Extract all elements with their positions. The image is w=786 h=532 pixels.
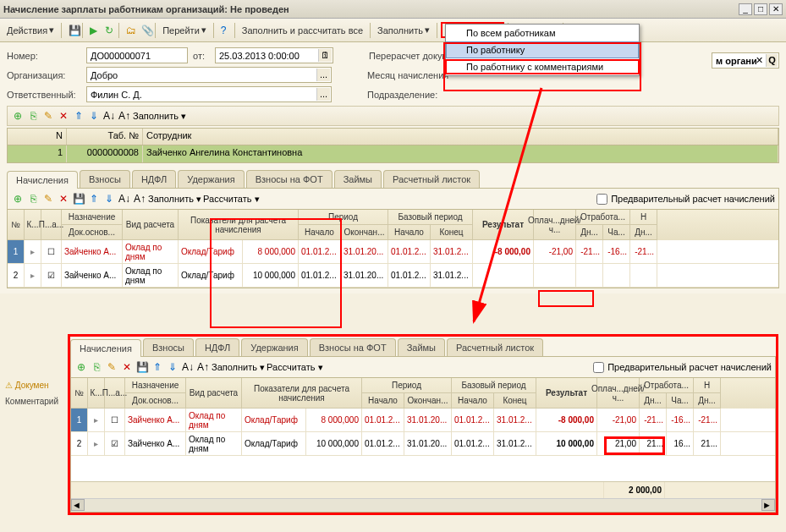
scroll-right-icon[interactable]: ► <box>761 499 775 511</box>
actions-menu[interactable]: Действия ▾ <box>3 23 58 37</box>
g2-edit-icon[interactable]: ✎ <box>105 360 118 374</box>
g2-down-icon[interactable]: ⇓ <box>166 360 179 374</box>
close-button[interactable]: ✕ <box>769 3 783 15</box>
prelim2-checkbox[interactable] <box>593 362 604 373</box>
main-grid: № К... П...а... Назначение Док.основ... … <box>7 209 779 288</box>
resp-select-icon[interactable]: ... <box>316 88 330 101</box>
tab2-accruals[interactable]: Начисления <box>70 339 141 357</box>
footer-total: 2 000,00 <box>604 482 665 498</box>
g2-up-icon[interactable]: ⇑ <box>151 360 164 374</box>
h-scrollbar[interactable]: ◄ ► <box>71 498 775 512</box>
clear-icon[interactable]: ✕ <box>753 54 765 67</box>
titlebar: Начисление зарплаты работникам организац… <box>0 0 786 19</box>
menu-all-employees[interactable]: По всем работникам <box>446 25 639 41</box>
date-picker-icon[interactable]: 🗓 <box>318 49 332 62</box>
refresh-icon[interactable]: ↻ <box>102 24 115 37</box>
dept-label: Подразделение: <box>367 90 469 100</box>
grid-row[interactable]: 2 ▸ ☑ Зайченко А... Оклад по дням Оклад/… <box>8 264 778 288</box>
date-field[interactable]: 25.03.2013 0:00:00🗓 <box>215 47 333 63</box>
grid-row[interactable]: 1 ▸ ☐ Зайченко А... Оклад по дням Оклад/… <box>8 240 778 264</box>
g2-delete-icon[interactable]: ✕ <box>120 360 134 374</box>
goto-menu[interactable]: Перейти ▾ <box>159 23 210 37</box>
tab2-fot[interactable]: Взносы на ФОТ <box>310 338 396 356</box>
g-fill-menu[interactable]: Заполнить ▾ <box>148 194 201 205</box>
post-icon[interactable]: ▶ <box>86 24 100 37</box>
emp-toolbar: ⊕ ⎘ ✎ ✕ ⇑ ⇓ A↓ A↑ Заполнить ▾ <box>7 106 779 126</box>
row-icon: ▸ <box>94 415 98 425</box>
checkbox-icon[interactable]: ☑ <box>111 439 118 448</box>
save-icon[interactable]: 💾 <box>65 24 79 37</box>
prelim-checkbox[interactable] <box>596 194 607 205</box>
maximize-button[interactable]: □ <box>754 3 767 15</box>
g2-sort-desc-icon[interactable]: A↑ <box>196 360 210 374</box>
tab-accruals[interactable]: Начисления <box>7 171 78 189</box>
checkbox-icon[interactable]: ☐ <box>111 415 118 425</box>
g2-fill-menu[interactable]: Заполнить ▾ <box>212 362 265 373</box>
org-select-icon[interactable]: ... <box>316 69 330 81</box>
tab-fot[interactable]: Взносы на ФОТ <box>246 170 333 188</box>
tab2-fees[interactable]: Взносы <box>143 338 194 356</box>
emp-fill-menu[interactable]: Заполнить ▾ <box>133 111 186 122</box>
g-insert-icon[interactable]: ⎘ <box>26 192 40 206</box>
sort-asc-icon[interactable]: A↓ <box>102 109 116 123</box>
tab-payslip[interactable]: Расчетный листок <box>383 170 480 188</box>
down-icon[interactable]: ⇓ <box>87 109 101 123</box>
menu-by-employee-comment[interactable]: По работнику с комментариями <box>446 58 639 75</box>
pin-icon[interactable]: 📎 <box>138 24 151 37</box>
tab-fees[interactable]: Взносы <box>80 170 130 188</box>
menu-by-employee[interactable]: По работнику <box>446 41 639 58</box>
tab-loans[interactable]: Займы <box>334 170 382 188</box>
g2-insert-icon[interactable]: ⎘ <box>90 360 103 374</box>
resp-field[interactable]: Филин С. Д.... <box>86 86 332 102</box>
tab-ndfl[interactable]: НДФЛ <box>132 170 176 188</box>
minimize-button[interactable]: _ <box>739 3 752 15</box>
g-calc-menu[interactable]: Рассчитать ▾ <box>203 194 259 205</box>
tree-icon[interactable]: 🗂 <box>123 24 136 37</box>
g-sort-desc-icon[interactable]: A↑ <box>133 192 146 206</box>
emp-row[interactable]: 1 0000000008 Зайченко Ангелина Константи… <box>8 145 778 162</box>
emp-hdr-tab[interactable]: Таб. № <box>67 129 143 145</box>
edit-icon[interactable]: ✎ <box>41 109 55 123</box>
org-field[interactable]: Добро... <box>86 67 332 83</box>
lookup-icon[interactable]: Q <box>766 54 778 67</box>
g-add-icon[interactable]: ⊕ <box>11 192 25 206</box>
help-icon[interactable]: ? <box>217 24 231 37</box>
add-icon[interactable]: ⊕ <box>11 109 25 123</box>
g2-add-icon[interactable]: ⊕ <box>74 360 88 374</box>
footer-total-row: 2 000,00 <box>71 481 775 498</box>
g-delete-icon[interactable]: ✕ <box>57 192 70 206</box>
number-field[interactable]: ДО000000071 <box>86 47 188 63</box>
delete-icon[interactable]: ✕ <box>57 109 70 123</box>
row-icon: ▸ <box>30 247 35 256</box>
sort-desc-icon[interactable]: A↑ <box>118 109 131 123</box>
g-up-icon[interactable]: ⇑ <box>87 192 101 206</box>
g-sort-asc-icon[interactable]: A↓ <box>118 192 131 206</box>
fill-menu[interactable]: Заполнить ▾ <box>374 23 433 37</box>
tabs: Начисления Взносы НДФЛ Удержания Взносы … <box>7 170 779 189</box>
tab-deductions[interactable]: Удержания <box>178 170 244 188</box>
fill-calc-all-button[interactable]: Заполнить и рассчитать все <box>239 24 366 37</box>
org-right-field[interactable]: м органи ✕ Q <box>712 52 779 69</box>
grid-row[interactable]: 2 ▸ ☑ Зайченко А... Оклад по дням Оклад/… <box>71 432 775 456</box>
tab2-payslip[interactable]: Расчетный листок <box>447 338 543 356</box>
up-icon[interactable]: ⇑ <box>72 109 85 123</box>
emp-hdr-n[interactable]: N <box>8 129 67 145</box>
checkbox-icon[interactable]: ☑ <box>47 271 55 280</box>
g-save-icon[interactable]: 💾 <box>72 192 85 206</box>
result-panel: Начисления Взносы НДФЛ Удержания Взносы … <box>68 334 778 515</box>
checkbox-icon[interactable]: ☐ <box>47 247 55 256</box>
tab2-ndfl[interactable]: НДФЛ <box>195 338 239 356</box>
g2-calc-menu[interactable]: Рассчитать ▾ <box>267 362 322 373</box>
grid-row[interactable]: 1 ▸ ☐ Зайченко А... Оклад по дням Оклад/… <box>71 409 775 432</box>
scroll-left-icon[interactable]: ◄ <box>71 499 85 511</box>
insert-icon[interactable]: ⎘ <box>26 109 40 123</box>
g2-save-icon[interactable]: 💾 <box>135 360 149 374</box>
warning-icon: ⚠ <box>5 381 13 390</box>
tab2-deductions[interactable]: Удержания <box>241 338 307 356</box>
g-down-icon[interactable]: ⇓ <box>102 192 116 206</box>
emp-hdr-name[interactable]: Сотрудник <box>143 129 778 145</box>
prelim2-label: Предварительный расчет начислений <box>607 362 772 372</box>
tab2-loans[interactable]: Займы <box>398 338 445 356</box>
g2-sort-asc-icon[interactable]: A↓ <box>181 360 195 374</box>
g-edit-icon[interactable]: ✎ <box>41 192 55 206</box>
